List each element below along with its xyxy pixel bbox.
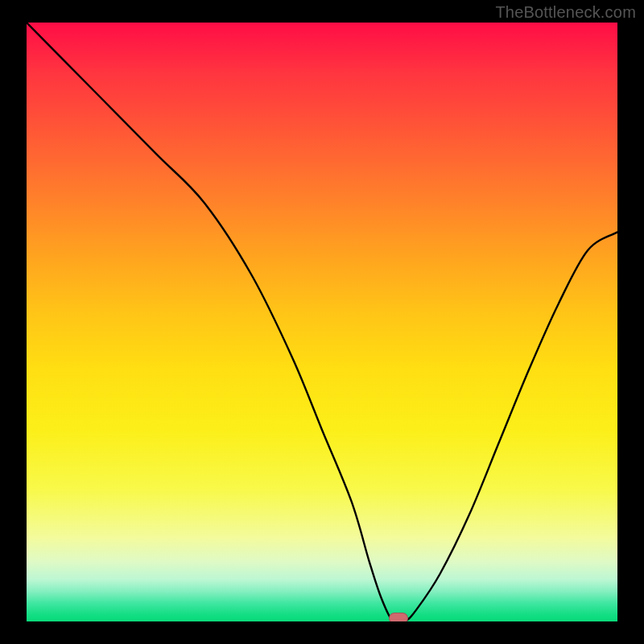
optimal-point-marker	[389, 613, 408, 621]
chart-curve-svg	[27, 23, 617, 621]
watermark-text: TheBottleneck.com	[495, 3, 636, 22]
plot-area	[27, 23, 617, 621]
bottleneck-curve-line	[27, 23, 617, 621]
